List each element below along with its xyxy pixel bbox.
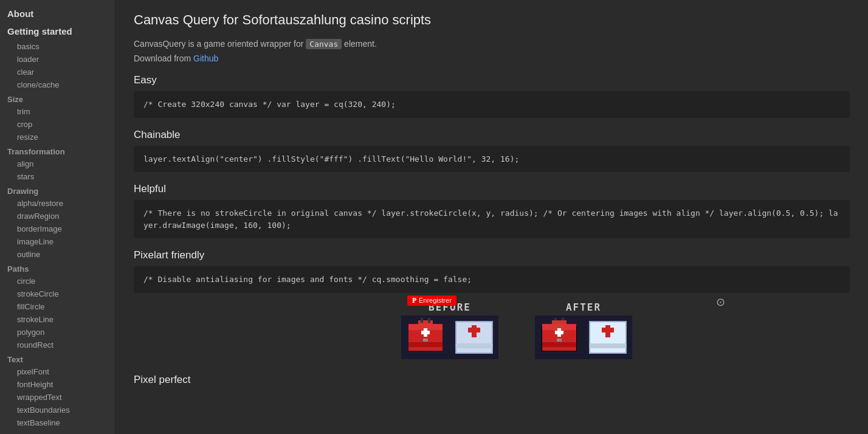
github-link[interactable]: Github: [193, 53, 218, 63]
sidebar-item-pixel-font[interactable]: pixelFont: [0, 365, 115, 378]
main-content: Canvas Query for Sofortauszahlung casino…: [115, 0, 868, 434]
sidebar-text-label: Text: [0, 351, 115, 365]
expand-icon[interactable]: ⊙: [716, 295, 725, 309]
sidebar-item-align[interactable]: align: [0, 157, 115, 170]
pinterest-save-badge[interactable]: 𝐏 Enregistrer: [407, 295, 456, 306]
page-title: Canvas Query for Sofortauszahlung casino…: [134, 12, 850, 28]
sidebar-item-resize[interactable]: resize: [0, 131, 115, 143]
before-group: BEFORE: [401, 301, 498, 359]
sidebar-item-alpha-restore[interactable]: alpha/restore: [0, 197, 115, 210]
sidebar-item-loader[interactable]: loader: [0, 53, 115, 66]
helpful-code: /* There is no strokeCircle in original …: [134, 200, 850, 238]
after-image-2: [584, 315, 632, 359]
easy-code: /* Create 320x240 canvas */ var layer = …: [134, 91, 850, 118]
sidebar-item-circle[interactable]: circle: [0, 275, 115, 288]
pixelart-title: Pixelart friendly: [134, 249, 850, 261]
before-image-2: [450, 315, 498, 359]
after-images: [535, 315, 632, 359]
before-image-1: [401, 315, 450, 359]
sidebar-item-wrapped-text[interactable]: wrappedText: [0, 391, 115, 404]
sidebar-about[interactable]: About: [0, 5, 115, 22]
sidebar-item-polygon[interactable]: polygon: [0, 326, 115, 339]
sidebar-item-clear[interactable]: clear: [0, 66, 115, 78]
chainable-code: layer.textAlign("center") .fillStyle("#f…: [134, 146, 850, 173]
sidebar-drawing-label: Drawing: [0, 183, 115, 197]
sidebar-item-fill-circle[interactable]: fillCircle: [0, 300, 115, 313]
sidebar: About Getting started basics loader clea…: [0, 0, 115, 434]
easy-title: Easy: [134, 74, 850, 86]
helpful-title: Helpful: [134, 183, 850, 195]
intro-suffix: element.: [344, 39, 377, 49]
intro-text: CanvasQuery is a game oriented wrapper f…: [134, 39, 303, 49]
pixelart-section: /* Disable antialiasing for images and f…: [134, 266, 850, 359]
download-line: Download from Github: [134, 53, 850, 63]
pixel-perfect-title: Pixel perfect: [134, 374, 850, 386]
after-image-1: [535, 315, 584, 359]
sidebar-item-font-height[interactable]: fontHeight: [0, 378, 115, 391]
sidebar-item-border-image[interactable]: borderImage: [0, 222, 115, 235]
sidebar-item-image-line[interactable]: imageLine: [0, 235, 115, 248]
sidebar-item-trim[interactable]: trim: [0, 105, 115, 118]
sidebar-paths-label: Paths: [0, 261, 115, 275]
pixelart-code: /* Disable antialiasing for images and f…: [134, 266, 850, 293]
save-badge-label: Enregistrer: [419, 297, 452, 304]
pinterest-icon: 𝐏: [412, 297, 416, 305]
download-text: Download from: [134, 53, 191, 63]
after-label: AFTER: [566, 301, 601, 313]
sidebar-item-text-baseline[interactable]: textBaseline: [0, 416, 115, 429]
canvas-badge: Canvas: [306, 39, 342, 49]
chainable-title: Chainable: [134, 129, 850, 141]
sidebar-getting-started[interactable]: Getting started: [0, 22, 115, 40]
sidebar-item-stars[interactable]: stars: [0, 170, 115, 183]
sidebar-item-crop[interactable]: crop: [0, 118, 115, 131]
sidebar-item-stroke-circle[interactable]: strokeCircle: [0, 288, 115, 300]
sidebar-item-text-boundaries[interactable]: textBoundaries: [0, 404, 115, 416]
intro-paragraph: CanvasQuery is a game oriented wrapper f…: [134, 39, 850, 49]
sidebar-item-draw-region[interactable]: drawRegion: [0, 210, 115, 222]
sidebar-transformation-label: Transformation: [0, 143, 115, 157]
sidebar-item-round-rect[interactable]: roundRect: [0, 339, 115, 351]
sidebar-item-outline[interactable]: outline: [0, 248, 115, 261]
sidebar-size-label: Size: [0, 91, 115, 105]
before-images: [401, 315, 498, 359]
sidebar-item-basics[interactable]: basics: [0, 40, 115, 53]
after-group: AFTER: [535, 301, 632, 359]
sidebar-item-clone-cache[interactable]: clone/cache: [0, 78, 115, 91]
sidebar-item-stroke-line[interactable]: strokeLine: [0, 313, 115, 326]
